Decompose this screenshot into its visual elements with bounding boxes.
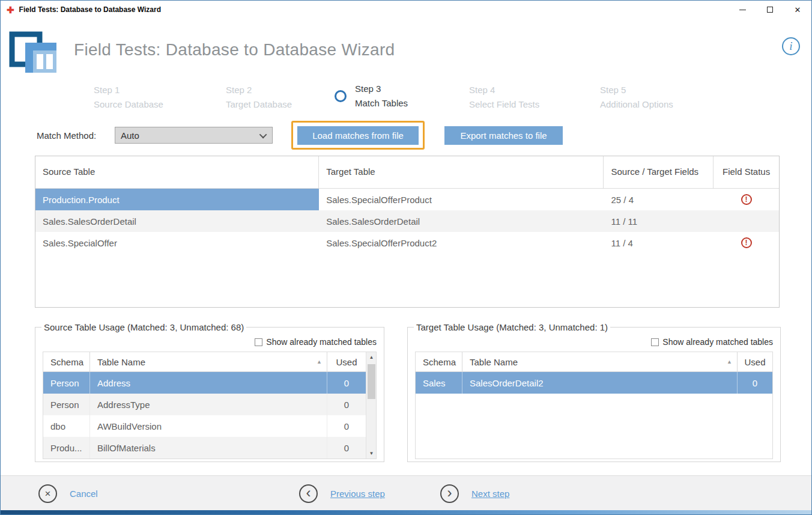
app-window: ✚ Field Tests: Database to Database Wiza… [0, 0, 812, 515]
target-table-cell: Sales.SalesOrderDetail [319, 210, 604, 232]
table-row-production-product[interactable]: Production.Product Sales.SpecialOfferPro… [35, 189, 779, 210]
minimize-button[interactable] [729, 1, 756, 19]
source-show-matched-checkbox[interactable]: Show already matched tables [43, 336, 377, 348]
scroll-down-icon[interactable]: ▼ [366, 448, 377, 459]
window-controls: ✕ [729, 1, 811, 19]
target-usage-table: Schema Table Name ▲ Used Sales SalesOrde… [415, 352, 773, 459]
orange-highlight-box: Load matches from file [291, 121, 425, 150]
col-header-used[interactable]: Used [738, 352, 772, 371]
cancel-label: Cancel [70, 489, 98, 499]
target-table-cell: Sales.SpecialOfferProduct2 [319, 232, 604, 254]
active-step-ring-icon [335, 90, 347, 102]
target-table-usage-group: Target Table Usage (Matched: 3, Unmatche… [407, 322, 781, 462]
next-step-label: Next step [471, 489, 509, 499]
used-cell: 0 [327, 415, 366, 437]
table-row-sales-specialoffer[interactable]: Sales.SpecialOffer Sales.SpecialOfferPro… [35, 232, 779, 254]
col-header-source-table: Source Table [35, 156, 319, 188]
checkbox-label: Show already matched tables [662, 337, 773, 347]
table-row-sales-salesorderdetail[interactable]: Sales.SalesOrderDetail Sales.SalesOrderD… [35, 210, 779, 232]
schema-cell: Person [43, 372, 90, 394]
schema-cell: Person [43, 394, 90, 415]
step-number: Step 4 [469, 83, 539, 97]
schema-cell: Produ... [43, 437, 90, 459]
step-3-match-tables[interactable]: Step 3 Match Tables [335, 82, 408, 111]
window-title: Field Tests: Database to Database Wizard [19, 5, 161, 14]
previous-step-button[interactable]: ‹ Previous step [299, 484, 385, 503]
step-label: Match Tables [355, 96, 408, 111]
next-step-button[interactable]: › Next step [440, 484, 509, 503]
step-label: Source Database [94, 97, 163, 112]
schema-cell: dbo [43, 415, 90, 437]
error-icon: ! [741, 194, 752, 205]
usage-header-row: Schema Table Name ▲ Used [43, 352, 366, 372]
step-number: Step 1 [94, 83, 163, 97]
close-icon: ✕ [795, 6, 801, 14]
step-label: Additional Options [600, 97, 673, 112]
col-header-schema[interactable]: Schema [416, 352, 462, 371]
checkbox-icon [651, 338, 659, 346]
info-glyph: i [789, 40, 792, 53]
match-method-select[interactable]: Auto [115, 127, 273, 144]
usage-row-production-billofmaterials[interactable]: Produ... BillOfMaterials 0 [43, 437, 366, 459]
table-name-cell: BillOfMaterials [90, 437, 327, 459]
col-header-field-status: Field Status [714, 156, 779, 188]
export-matches-button[interactable]: Export matches to file [444, 126, 563, 145]
titlebar: ✚ Field Tests: Database to Database Wiza… [1, 1, 811, 19]
maximize-button[interactable] [756, 1, 784, 19]
usage-row-person-address[interactable]: Person Address 0 [43, 372, 366, 394]
previous-step-label: Previous step [330, 489, 385, 499]
used-cell: 0 [327, 437, 366, 459]
dropdown-arrow-icon [259, 130, 267, 138]
usage-header-row: Schema Table Name ▲ Used [416, 352, 772, 372]
col-header-table-name[interactable]: Table Name ▲ [462, 352, 738, 371]
step-number: Step 2 [226, 83, 292, 97]
app-icon: ✚ [7, 5, 14, 14]
step-number: Step 5 [600, 83, 673, 97]
target-show-matched-checkbox[interactable]: Show already matched tables [415, 336, 773, 348]
vertical-scrollbar[interactable]: ▲ ▼ [366, 352, 376, 459]
minimize-icon [739, 10, 746, 10]
close-button[interactable]: ✕ [784, 1, 811, 19]
usage-row-sales-salesorderdetail2[interactable]: Sales SalesOrderDetail2 0 [416, 372, 772, 394]
usage-row-dbo-awbuildversion[interactable]: dbo AWBuildVersion 0 [43, 415, 366, 437]
maximize-icon [767, 7, 773, 13]
used-cell: 0 [327, 372, 366, 394]
page-title: Field Tests: Database to Database Wizard [74, 40, 395, 59]
error-icon: ! [741, 237, 752, 248]
step-2-target-database[interactable]: Step 2 Target Database [226, 83, 292, 112]
step-label: Select Field Tests [469, 97, 539, 112]
table-name-cell: AddressType [90, 394, 327, 415]
sort-ascending-icon: ▲ [727, 359, 732, 365]
cancel-button[interactable]: × Cancel [38, 484, 98, 503]
step-label: Target Database [226, 97, 292, 112]
table-name-cell: Address [90, 372, 327, 394]
step-number: Step 3 [355, 82, 408, 96]
col-header-used[interactable]: Used [327, 352, 366, 371]
bottom-gradient-strip [1, 510, 811, 514]
load-matches-button[interactable]: Load matches from file [297, 126, 419, 145]
checkbox-label: Show already matched tables [266, 337, 377, 347]
step-4-select-field-tests[interactable]: Step 4 Select Field Tests [469, 83, 539, 112]
col-header-schema[interactable]: Schema [43, 352, 90, 371]
cancel-circle-icon: × [38, 484, 57, 503]
field-status-cell: ! [714, 232, 779, 254]
scroll-up-icon[interactable]: ▲ [366, 352, 377, 362]
next-chevron-icon: › [440, 484, 459, 503]
col-header-table-name[interactable]: Table Name ▲ [90, 352, 327, 371]
matched-tables-grid: Source Table Target Table Source / Targe… [35, 156, 780, 308]
source-table-cell: Sales.SpecialOffer [35, 232, 319, 254]
source-table-usage-group: Source Table Usage (Matched: 3, Unmatche… [35, 322, 384, 462]
step-1-source-database[interactable]: Step 1 Source Database [94, 83, 163, 112]
scrollbar-thumb[interactable] [368, 364, 375, 399]
table-name-cell: AWBuildVersion [90, 415, 327, 437]
fields-count-cell: 11 / 4 [604, 232, 714, 254]
source-table-cell: Sales.SalesOrderDetail [35, 210, 319, 232]
match-method-label: Match Method: [37, 130, 96, 141]
checkbox-icon [255, 338, 262, 346]
used-cell: 0 [738, 372, 772, 394]
step-5-additional-options[interactable]: Step 5 Additional Options [600, 83, 673, 112]
info-icon[interactable]: i [782, 37, 800, 55]
schema-cell: Sales [416, 372, 462, 394]
usage-row-person-addresstype[interactable]: Person AddressType 0 [43, 394, 366, 415]
previous-chevron-icon: ‹ [299, 484, 318, 503]
